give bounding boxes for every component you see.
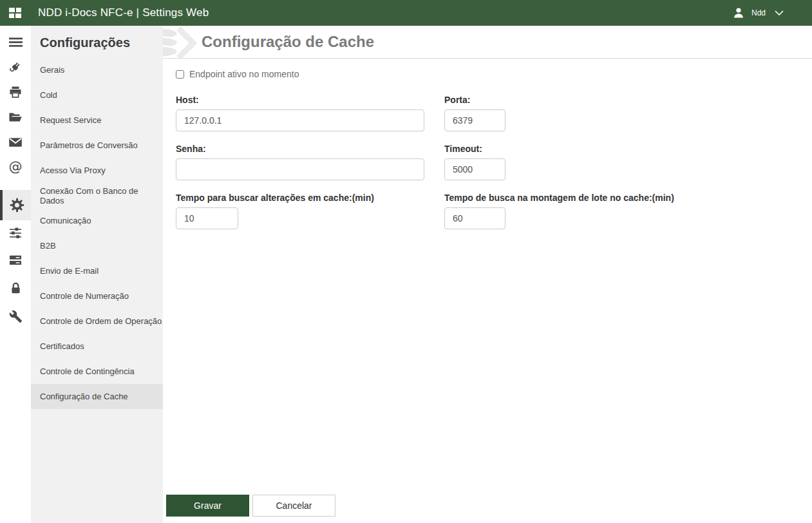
tempo-busca-lote-field-group: Tempo de busca na montagem de lote no ca…: [444, 193, 812, 229]
printer-icon: [8, 85, 23, 99]
wrench-icon: [9, 310, 23, 323]
tempo-buscar-input[interactable]: [176, 207, 238, 229]
tempo-busca-lote-input[interactable]: [444, 207, 505, 229]
sidebar-item-comunicacao[interactable]: Comunicação: [31, 208, 163, 233]
icon-rail: @: [0, 26, 31, 523]
rail-item-settings[interactable]: [0, 190, 31, 220]
hamburger-menu-icon: [9, 35, 23, 49]
sliders-icon: [8, 226, 23, 240]
rail-item-printer[interactable]: [0, 79, 31, 105]
rail-item-envelope[interactable]: [0, 129, 31, 155]
sidebar-item-controle-contingencia[interactable]: Controle de Contingência: [31, 359, 163, 384]
rail-item-at[interactable]: @: [0, 155, 31, 180]
sidebar-item-controle-numeracao[interactable]: Controle de Numeração: [31, 283, 163, 309]
form-footer: Gravar Cancelar: [163, 495, 812, 523]
sidebar-item-parametros-conversao[interactable]: Parâmetros de Conversão: [31, 133, 163, 158]
rail-item-sliders[interactable]: [0, 220, 31, 246]
tempo-buscar-field-group: Tempo para buscar alterações em cache:(m…: [176, 193, 444, 229]
page-title: Configuração de Cache: [202, 33, 374, 51]
sidebar-item-cold[interactable]: Cold: [31, 82, 163, 108]
app-title: NDD i-Docs NFC-e | Settings Web: [38, 6, 209, 19]
sidebar-item-gerais[interactable]: Gerais: [31, 57, 163, 82]
user-name: Ndd: [751, 8, 766, 17]
sidebar: Configurações Gerais Cold Request Servic…: [31, 26, 163, 523]
host-label: Host:: [176, 95, 444, 105]
porta-input[interactable]: [444, 109, 505, 131]
rail-item-server[interactable]: [0, 247, 31, 273]
porta-label: Porta:: [444, 95, 812, 105]
rail-item-menu[interactable]: [0, 29, 31, 55]
at-sign-icon: @: [8, 160, 23, 175]
cache-config-form: Endpoint ativo no momento Host: Porta: S…: [163, 59, 812, 229]
main-content: Configuração de Cache Endpoint ativo no …: [163, 26, 812, 523]
sidebar-item-envio-email[interactable]: Envio de E-mail: [31, 258, 163, 283]
database-watermark-icon: [163, 27, 203, 59]
sidebar-item-conexao-banco-dados[interactable]: Conexão Com o Banco de Dados: [31, 183, 163, 208]
plug-icon: [8, 60, 23, 74]
svg-text:@: @: [9, 160, 23, 175]
tempo-buscar-label: Tempo para buscar alterações em cache:(m…: [176, 193, 444, 203]
sidebar-item-configuracao-cache[interactable]: Configuração de Cache: [31, 384, 163, 409]
tempo-busca-lote-label: Tempo de busca na montagem de lote no ca…: [444, 193, 812, 203]
sidebar-title: Configurações: [31, 26, 163, 57]
page-header: Configuração de Cache: [163, 26, 812, 59]
senha-input[interactable]: [176, 158, 424, 180]
porta-field-group: Porta:: [444, 95, 812, 131]
sidebar-item-request-service[interactable]: Request Service: [31, 108, 163, 133]
host-input[interactable]: [176, 109, 424, 131]
sidebar-item-b2b[interactable]: B2B: [31, 233, 163, 258]
sidebar-item-controle-ordem-operacao[interactable]: Controle de Ordem de Operação: [31, 309, 163, 334]
envelope-icon: [8, 135, 23, 149]
rail-item-plug[interactable]: [0, 54, 31, 80]
senha-label: Senha:: [176, 144, 444, 154]
endpoint-active-label: Endpoint ativo no momento: [189, 69, 299, 79]
timeout-label: Timeout:: [444, 144, 812, 154]
rail-item-lock[interactable]: [0, 275, 31, 301]
host-field-group: Host:: [176, 95, 444, 131]
gear-icon: [10, 198, 24, 213]
senha-field-group: Senha:: [176, 144, 444, 180]
rail-item-tools[interactable]: [0, 303, 31, 329]
chevron-down-icon: [775, 10, 784, 15]
lock-icon: [9, 281, 23, 295]
sidebar-item-acesso-via-proxy[interactable]: Acesso Via Proxy: [31, 158, 163, 183]
user-icon: [732, 6, 745, 19]
timeout-field-group: Timeout:: [444, 144, 812, 180]
app-logo-icon: [8, 6, 23, 20]
cancel-button[interactable]: Cancelar: [252, 495, 335, 517]
rail-item-folder[interactable]: [0, 104, 31, 130]
save-button[interactable]: Gravar: [166, 495, 249, 517]
folder-open-icon: [8, 110, 23, 124]
user-menu[interactable]: Ndd: [732, 6, 812, 19]
endpoint-active-checkbox[interactable]: [176, 70, 184, 79]
sidebar-item-certificados[interactable]: Certificados: [31, 334, 163, 359]
topbar: NDD i-Docs NFC-e | Settings Web Ndd: [0, 0, 812, 26]
timeout-input[interactable]: [444, 158, 505, 180]
server-icon: [8, 253, 23, 267]
